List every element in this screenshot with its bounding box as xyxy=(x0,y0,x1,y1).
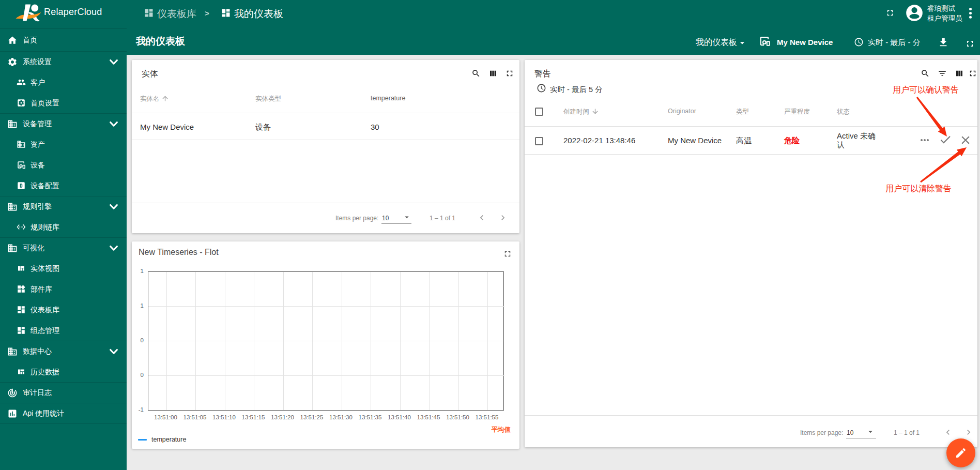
gridline-h xyxy=(148,306,504,307)
sidebar-item-1[interactable]: 系统设置 xyxy=(0,52,127,72)
status-text-line1: Active 未确 xyxy=(837,131,876,140)
fullscreen-dashboard-button[interactable] xyxy=(965,39,975,49)
sort-asc-icon[interactable] xyxy=(161,95,169,102)
cell-entity-name[interactable]: My New Device xyxy=(140,123,194,131)
app-title: RelaperCloud xyxy=(44,7,102,18)
track-changes-icon xyxy=(7,388,18,398)
cell-severity: 危险 xyxy=(784,136,800,146)
cell-created-time: 2022-02-21 13:48:46 xyxy=(563,136,635,145)
sidebar-item-label: 规则链库 xyxy=(30,223,59,232)
devices-icon xyxy=(17,160,26,171)
page-size-select[interactable]: 10 xyxy=(847,429,853,436)
download-button[interactable] xyxy=(938,37,949,48)
dashboard-state-select[interactable]: 我的仪表板 xyxy=(696,37,737,48)
edit-dashboard-fab[interactable] xyxy=(946,438,975,467)
sidebar-item-6[interactable]: 设备 xyxy=(0,155,127,176)
sidebar-item-7[interactable]: 设备配置 xyxy=(0,176,127,196)
sidebar-item-15[interactable]: 数据中心 xyxy=(0,341,127,362)
chevron-down-icon[interactable] xyxy=(109,243,119,253)
logo-row[interactable]: RelaperCloud xyxy=(0,0,127,29)
column-header-entity-name[interactable]: 实体名 xyxy=(140,95,160,103)
footer-divider xyxy=(525,415,977,416)
breadcrumb-current[interactable]: 我的仪表板 xyxy=(234,7,283,21)
avatar[interactable] xyxy=(906,5,923,21)
fullscreen-widget-icon[interactable] xyxy=(503,249,512,259)
timewindow-button[interactable]: 实时 - 最后 - 分 xyxy=(868,38,921,48)
cell-status: Active 未确认 xyxy=(837,131,876,149)
sidebar-item-18[interactable]: Api 使用统计 xyxy=(0,403,127,424)
prev-page-button[interactable] xyxy=(477,213,487,223)
aggregation-label[interactable]: 平均值 xyxy=(492,426,511,434)
sort-desc-icon[interactable] xyxy=(591,108,599,115)
kebab-menu-icon[interactable] xyxy=(969,8,972,19)
breadcrumb-dashboards[interactable]: 仪表板库 xyxy=(157,7,196,21)
sidebar-item-2[interactable]: 客户 xyxy=(0,72,127,93)
x-tick-label: 13:51:35 xyxy=(356,414,385,420)
pencil-icon xyxy=(955,447,967,459)
breadcrumb-separator: > xyxy=(205,9,209,18)
x-tick-label: 13:51:50 xyxy=(443,414,472,420)
clear-alarm-icon[interactable] xyxy=(959,133,972,147)
more-actions-icon[interactable] xyxy=(918,134,931,146)
sidebar-item-4[interactable]: 设备管理 xyxy=(0,114,127,134)
sidebar-item-label: 首页设置 xyxy=(30,99,59,108)
chevron-down-icon[interactable] xyxy=(109,346,119,357)
sidebar-item-17[interactable]: 审计日志 xyxy=(0,383,127,403)
sidebar-item-3[interactable]: 首页设置 xyxy=(0,93,127,114)
next-page-button[interactable] xyxy=(963,427,974,437)
column-header-status[interactable]: 状态 xyxy=(837,108,850,116)
sidebar-item-11[interactable]: 实体视图 xyxy=(0,259,127,279)
fullscreen-button[interactable] xyxy=(885,8,895,18)
select-all-checkbox[interactable] xyxy=(535,108,543,116)
search-icon[interactable] xyxy=(921,69,930,78)
alarms-timewindow[interactable]: 实时 - 最后 5 分 xyxy=(550,85,603,95)
sidebar-item-5[interactable]: 资产 xyxy=(0,134,127,155)
sidebar-item-0[interactable]: 首页 xyxy=(0,29,127,52)
page-size-select[interactable]: 10 xyxy=(382,215,389,222)
next-page-button[interactable] xyxy=(498,213,508,223)
user-info[interactable]: 睿珀测试 租户管理员 xyxy=(927,4,962,23)
prev-page-button[interactable] xyxy=(943,427,953,437)
sidebar-item-label: 客户 xyxy=(30,78,45,87)
timeseries-card: New Timeseries - Flot 1100-1 13:51:0013:… xyxy=(132,241,519,449)
range-label: 1 – 1 of 1 xyxy=(894,429,920,436)
column-header-originator[interactable]: Originator xyxy=(668,108,696,115)
sidebar-item-14[interactable]: 组态管理 xyxy=(0,321,127,341)
clock-icon[interactable] xyxy=(537,83,546,93)
sidebar-item-12[interactable]: 部件库 xyxy=(0,279,127,300)
legend-swatch xyxy=(138,439,147,441)
column-header-created-time[interactable]: 创建时间 xyxy=(563,108,589,116)
sidebar-item-13[interactable]: 仪表板库 xyxy=(0,300,127,321)
columns-icon[interactable] xyxy=(488,69,498,78)
row-checkbox[interactable] xyxy=(535,137,543,145)
search-icon[interactable] xyxy=(471,69,481,78)
filter-icon[interactable] xyxy=(938,69,947,78)
items-per-page-label: Items per page: xyxy=(335,215,378,222)
ack-alarm-icon[interactable] xyxy=(939,133,952,146)
breadcrumb-dashboard-icon xyxy=(144,8,154,18)
fullscreen-widget-icon[interactable] xyxy=(968,69,977,78)
column-header-temperature[interactable]: temperature xyxy=(371,95,405,102)
sidebar-item-label: 规则引擎 xyxy=(23,202,52,211)
legend-label[interactable]: temperature xyxy=(151,436,186,443)
sidebar-item-16[interactable]: 历史数据 xyxy=(0,362,127,383)
sidebar-item-8[interactable]: 规则引擎 xyxy=(0,196,127,217)
columns-icon[interactable] xyxy=(955,69,964,78)
chevron-down-icon[interactable] xyxy=(109,119,119,129)
sidebar-item-label: Api 使用统计 xyxy=(23,409,64,418)
x-tick-label: 13:51:25 xyxy=(297,414,326,420)
column-header-type[interactable]: 类型 xyxy=(736,108,749,116)
chevron-down-icon[interactable] xyxy=(109,57,119,67)
chevron-down-icon[interactable] xyxy=(109,202,119,212)
building-icon xyxy=(7,202,18,212)
fullscreen-widget-icon[interactable] xyxy=(505,69,514,78)
sidebar-item-10[interactable]: 可视化 xyxy=(0,238,127,259)
settings-ethernet-icon xyxy=(17,222,26,233)
footer-divider xyxy=(132,203,519,203)
column-header-severity[interactable]: 严重程度 xyxy=(784,108,810,116)
column-header-entity-type[interactable]: 实体类型 xyxy=(255,95,281,103)
table-divider xyxy=(525,126,977,127)
device-entity-button[interactable]: My New Device xyxy=(777,38,833,47)
dashboard-icon xyxy=(17,305,26,315)
sidebar-item-9[interactable]: 规则链库 xyxy=(0,217,127,238)
